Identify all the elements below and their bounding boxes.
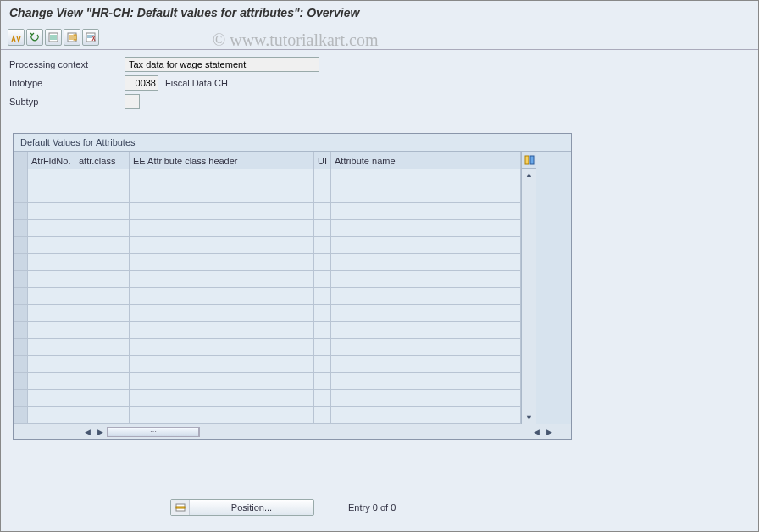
table-row[interactable] [14, 322, 521, 339]
page-title: Change View "HR-CH: Default values for a… [1, 1, 758, 25]
table-row[interactable] [14, 373, 521, 390]
entry-count-text: Entry 0 of 0 [348, 502, 396, 513]
infotype-label: Infotype [9, 78, 119, 88]
scroll-thumb[interactable]: ⋯ [108, 428, 199, 436]
position-icon [171, 500, 190, 515]
column-ui[interactable]: UI [314, 152, 331, 169]
table-row[interactable] [14, 203, 521, 220]
attributes-table[interactable]: AtrFldNo. attr.class EE Attribute class … [14, 152, 521, 424]
scroll-right2-icon[interactable]: ▶ [543, 428, 556, 436]
toolbar [1, 25, 758, 50]
position-button[interactable]: Position... [170, 499, 314, 516]
processing-context-label: Processing context [9, 59, 119, 69]
table-row[interactable] [14, 254, 521, 271]
table-row[interactable] [14, 390, 521, 407]
table-vertical-scrollbar[interactable]: ▲ ▼ [521, 169, 536, 424]
table-row[interactable] [14, 288, 521, 305]
table-row[interactable] [14, 356, 521, 373]
scroll-left2-icon[interactable]: ◀ [530, 428, 543, 436]
infotype-code-field[interactable] [125, 75, 158, 91]
infotype-text: Fiscal Data CH [163, 78, 228, 88]
scroll-up-icon[interactable]: ▲ [525, 169, 533, 180]
subtyp-field[interactable] [125, 94, 140, 109]
table-horizontal-scrollbar[interactable]: ◀ ▶ ⋯ ◀ ▶ [14, 424, 571, 439]
svg-rect-17 [176, 507, 185, 508]
scroll-left-icon[interactable]: ◀ [81, 428, 94, 436]
scroll-down-icon[interactable]: ▼ [525, 412, 533, 424]
svg-rect-8 [74, 35, 76, 40]
svg-rect-14 [525, 156, 529, 164]
toggle-display-change-button[interactable] [8, 29, 25, 46]
scroll-right-icon[interactable]: ▶ [94, 428, 107, 436]
footer-bar: Position... Entry 0 of 0 [1, 499, 758, 516]
table-row[interactable] [14, 305, 521, 322]
table-row[interactable] [14, 220, 521, 237]
table-row[interactable] [14, 237, 521, 254]
subtyp-label: Subtyp [9, 97, 119, 107]
column-attribute-name[interactable]: Attribute name [331, 152, 521, 169]
table-row[interactable] [14, 339, 521, 356]
column-attr-class[interactable]: attr.class [75, 152, 130, 169]
processing-context-field[interactable] [125, 57, 319, 72]
column-atrfldno[interactable]: AtrFldNo. [28, 152, 75, 169]
table-row[interactable] [14, 271, 521, 288]
svg-rect-15 [530, 156, 534, 164]
table-row[interactable] [14, 186, 521, 203]
position-label: Position... [190, 502, 313, 513]
copy-entry-button[interactable] [64, 29, 80, 46]
delete-entry-button[interactable] [82, 29, 99, 46]
table-configure-icon[interactable] [521, 152, 536, 169]
row-selector-header[interactable] [14, 152, 28, 169]
column-ee-header[interactable]: EE Attribute class header [130, 152, 314, 169]
new-entry-button[interactable] [45, 29, 62, 46]
table-caption: Default Values for Attributes [14, 134, 571, 152]
table-row[interactable] [14, 169, 521, 186]
undo-button[interactable] [26, 29, 43, 46]
table-row[interactable] [14, 407, 521, 424]
form-area: Processing context Infotype Fiscal Data … [1, 50, 758, 119]
attributes-table-container: Default Values for Attributes AtrFldNo. … [13, 133, 572, 440]
